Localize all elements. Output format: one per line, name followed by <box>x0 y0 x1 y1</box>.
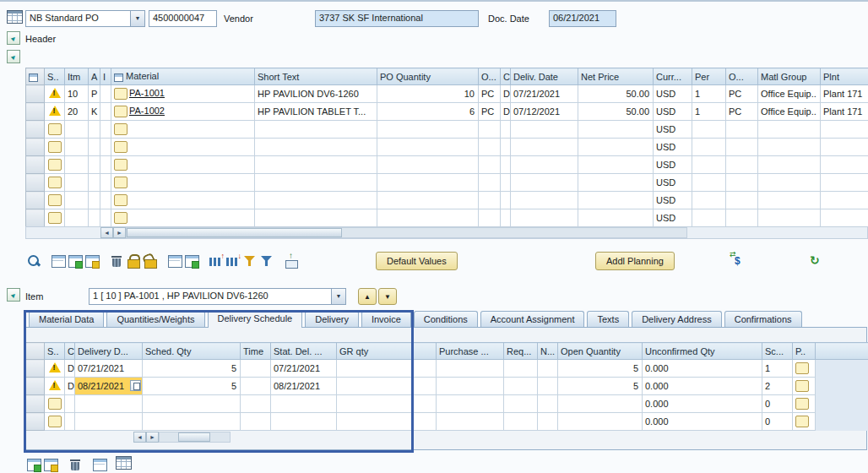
chevron-down-icon[interactable]: ▼ <box>130 11 144 26</box>
hscroll-thumb[interactable] <box>127 228 342 237</box>
cell[interactable] <box>45 156 65 174</box>
cell[interactable] <box>143 395 241 413</box>
cell[interactable] <box>504 360 538 378</box>
cell[interactable] <box>578 121 654 139</box>
column-header[interactable] <box>26 68 45 85</box>
tab-confirmations[interactable]: Confirmations <box>724 311 802 328</box>
po-number-input[interactable]: 4500000047 <box>149 10 217 27</box>
cell[interactable]: 20 <box>65 103 89 121</box>
schedule-row[interactable]: D 08/21/2021 5 08/21/2021 5 0.000 2 <box>26 378 868 395</box>
column-header[interactable]: Sched. Qty <box>143 343 241 360</box>
cell[interactable] <box>45 360 65 378</box>
cell[interactable]: Plant 171 <box>821 103 868 121</box>
hscroll-thumb[interactable] <box>178 432 210 442</box>
cell[interactable] <box>726 139 758 156</box>
schedule-cell-input[interactable] <box>795 398 809 410</box>
column-header[interactable]: O... <box>479 68 501 85</box>
cell[interactable]: 1 <box>692 85 726 103</box>
row-selector[interactable] <box>26 85 45 103</box>
cell[interactable] <box>501 139 511 156</box>
cell[interactable] <box>255 156 377 174</box>
select-layout-icon[interactable] <box>166 253 183 269</box>
cell[interactable] <box>437 378 504 395</box>
status-cell-input[interactable] <box>48 177 62 188</box>
tab-delivery[interactable]: Delivery <box>305 311 359 328</box>
cell[interactable] <box>45 192 65 209</box>
cell[interactable] <box>501 174 511 192</box>
cell[interactable] <box>479 156 501 174</box>
cell[interactable] <box>726 156 758 174</box>
cell[interactable]: 0 <box>762 395 793 413</box>
cell[interactable] <box>501 121 511 139</box>
cell[interactable]: D <box>501 85 511 103</box>
column-header[interactable]: O... <box>726 68 758 85</box>
material-link[interactable]: PA-1001 <box>129 88 165 98</box>
cell[interactable] <box>758 192 821 209</box>
hscroll-track[interactable] <box>126 227 687 238</box>
schedule-row-empty[interactable]: 0.000 0 <box>26 395 868 413</box>
cell[interactable] <box>89 174 100 192</box>
cell[interactable]: 07/21/2021 <box>511 85 578 103</box>
cell[interactable] <box>793 360 816 378</box>
cell[interactable]: Office Equip.. <box>758 103 821 121</box>
copy-line-icon[interactable] <box>42 456 59 473</box>
cell[interactable] <box>692 174 726 192</box>
cell[interactable] <box>65 174 89 192</box>
cell[interactable] <box>45 85 65 103</box>
cell[interactable] <box>479 139 501 156</box>
cell[interactable]: 0 <box>762 413 793 431</box>
cell[interactable] <box>758 139 821 156</box>
cell[interactable] <box>100 103 111 121</box>
material-cell-input[interactable] <box>114 194 127 206</box>
cell[interactable] <box>65 192 89 209</box>
cell[interactable] <box>578 139 654 156</box>
paste-item-icon[interactable] <box>67 253 84 269</box>
item-expand-icon[interactable] <box>7 288 20 303</box>
item-row-empty[interactable]: USD <box>26 121 868 139</box>
previous-item-button[interactable]: ▲ <box>358 288 377 305</box>
column-header[interactable]: C <box>65 343 75 360</box>
column-header[interactable]: Material <box>111 68 255 85</box>
selected-delivery-date-cell[interactable]: 08/21/2021 <box>75 378 143 395</box>
table-settings-icon[interactable] <box>29 73 38 82</box>
cell[interactable] <box>111 174 255 192</box>
column-header[interactable]: N... <box>538 343 558 360</box>
cell[interactable] <box>111 209 255 227</box>
cell[interactable]: HP PAVILION TABLET T... <box>255 103 377 121</box>
column-header[interactable]: Stat. Del. ... <box>271 343 337 360</box>
cell[interactable] <box>45 413 65 431</box>
cell[interactable] <box>501 192 511 209</box>
cell[interactable] <box>578 156 654 174</box>
header-expand-icon[interactable] <box>7 31 20 46</box>
cell[interactable] <box>65 413 75 431</box>
lock-item-icon[interactable] <box>125 253 142 269</box>
row-selector[interactable] <box>26 209 45 227</box>
cell[interactable] <box>255 139 377 156</box>
cell[interactable]: 5 <box>143 360 241 378</box>
unlock-item-icon[interactable] <box>142 253 159 269</box>
item-select[interactable]: 1 [ 10 ] PA-1001 , HP PAVILION DV6-1260 … <box>89 288 346 305</box>
cell[interactable] <box>821 156 868 174</box>
cell[interactable]: PA-1002 <box>111 103 255 121</box>
material-cell-input[interactable] <box>114 123 127 135</box>
column-header[interactable]: P.. <box>793 343 816 360</box>
cell[interactable] <box>45 139 65 156</box>
cell[interactable]: 0.000 <box>643 395 762 413</box>
document-overview-icon[interactable] <box>7 10 23 25</box>
cell[interactable] <box>538 360 558 378</box>
status-cell-input[interactable] <box>48 159 62 171</box>
row-selector[interactable] <box>26 174 45 192</box>
cell[interactable] <box>437 395 504 413</box>
price-refresh-icon[interactable] <box>807 253 824 269</box>
column-header[interactable]: GR qty <box>337 343 437 360</box>
cell[interactable] <box>89 139 100 156</box>
search-icon[interactable] <box>25 253 42 269</box>
tab-material-data[interactable]: Material Data <box>29 311 104 328</box>
cell[interactable] <box>75 413 143 431</box>
chevron-down-icon[interactable]: ▼ <box>331 289 345 304</box>
cell[interactable] <box>255 192 377 209</box>
cell[interactable] <box>538 378 558 395</box>
cell[interactable] <box>45 174 65 192</box>
material-cell-input[interactable] <box>114 141 127 153</box>
cell[interactable] <box>501 209 511 227</box>
